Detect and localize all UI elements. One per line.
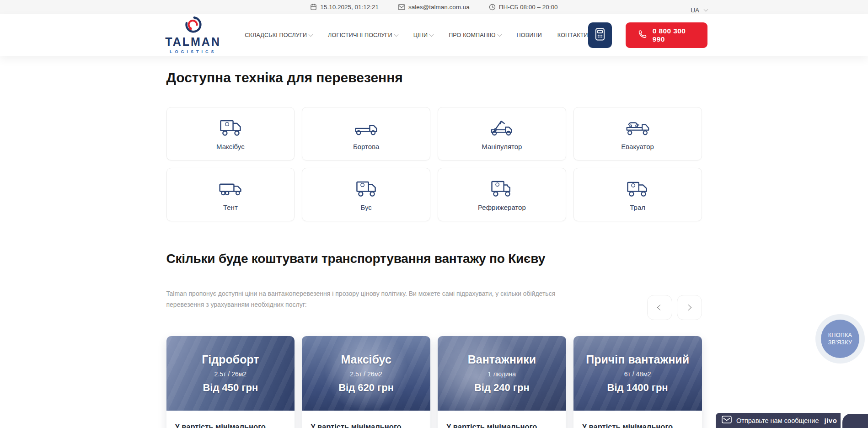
tow-truck-icon — [625, 118, 650, 138]
price-card-loaders: Вантажники 1 людина Від 240 грн У вартіс… — [438, 336, 566, 428]
chevron-down-icon — [704, 7, 708, 12]
price-card-carousel: Гідроборт 2.5т / 26м2 Від 450 грн У варт… — [166, 336, 702, 428]
main-nav: СКЛАДСЬКІ ПОСЛУГИ ЛОГІСТИЧНІ ПОСЛУГИ ЦІН… — [245, 32, 588, 38]
equipment-section-title: Доступна техніка для перевезення — [166, 70, 702, 86]
chevron-down-icon — [429, 32, 434, 37]
price-value: Від 240 грн — [474, 382, 530, 394]
equipment-card-crane[interactable]: Маніпулятор — [438, 107, 566, 160]
phone-number: 0 800 300 990 — [653, 27, 696, 43]
chevron-down-icon — [497, 32, 502, 37]
pricing-section-title: Скільки буде коштувати транспортування в… — [166, 251, 702, 267]
equipment-card-reefer[interactable]: Рефрижератор — [438, 168, 566, 221]
flatbed-truck-icon — [354, 118, 379, 138]
price-card-photo: Максібус 2.5т / 26м2 Від 620 грн — [302, 336, 430, 411]
carousel-prev-button[interactable] — [647, 295, 672, 320]
logo-tagline: LOGISTICS — [170, 49, 217, 54]
price-card-photo: Гідроборт 2.5т / 26м2 Від 450 грн — [166, 336, 295, 411]
envelope-icon — [722, 416, 732, 425]
logo[interactable]: TALMAN LOGISTICS — [161, 16, 225, 54]
nav-item-about[interactable]: ПРО КОМПАНІЮ — [449, 32, 501, 38]
price-card-note: У вартість мінімального замовлення за 45… — [438, 411, 566, 428]
ukraine-flag-icon — [679, 7, 688, 13]
equipment-card-van[interactable]: Бус — [302, 168, 430, 221]
price-card-note: У вартість мінімального замовлення за 45… — [573, 411, 702, 428]
price-card-maxibus: Максібус 2.5т / 26м2 Від 620 грн У варті… — [302, 336, 430, 428]
van-truck-icon — [354, 178, 379, 198]
price-card-note: У вартість мінімального замовлення за 45… — [302, 411, 430, 428]
price-card-photo: Вантажники 1 людина Від 240 грн — [438, 336, 566, 411]
language-code: UA — [691, 7, 699, 14]
nav-item-prices[interactable]: ЦІНИ — [413, 32, 434, 38]
datetime: 15.10.2025, 01:12:21 — [310, 3, 379, 11]
reefer-truck-icon — [489, 178, 514, 198]
price-card-hydroboard: Гідроборт 2.5т / 26м2 Від 450 грн У варт… — [166, 336, 295, 428]
chat-widget-bump[interactable] — [842, 414, 868, 428]
price-value: Від 450 грн — [203, 382, 258, 394]
equipment-card-tent[interactable]: Тент — [166, 168, 295, 221]
box-truck-logo-icon — [218, 118, 243, 138]
main-header: TALMAN LOGISTICS СКЛАДСЬКІ ПОСЛУГИ ЛОГІС… — [0, 14, 868, 56]
trawl-truck-icon — [625, 178, 650, 198]
phone-button[interactable]: 0 800 300 990 — [626, 22, 707, 48]
working-hours: ПН-СБ 08:00 – 20:00 — [489, 4, 558, 11]
equipment-card-flatbed[interactable]: Бортова — [302, 107, 430, 160]
price-card-trailer: Причіп вантажний 6т / 48м2 Від 1400 грн … — [573, 336, 702, 428]
tent-truck-icon — [218, 178, 243, 198]
nav-item-news[interactable]: НОВИНИ — [517, 32, 542, 38]
chat-widget-bar[interactable]: Отправьте нам сообщение jivo — [716, 413, 841, 428]
logo-name: TALMAN — [165, 36, 221, 48]
price-card-photo: Причіп вантажний 6т / 48м2 Від 1400 грн — [573, 336, 702, 411]
carousel-next-button[interactable] — [677, 295, 702, 320]
equipment-grid: Максібус Бортова Маніпулятор Евакуатор Т — [166, 107, 702, 221]
equipment-card-trawl[interactable]: Трал — [573, 168, 702, 221]
logo-mark-icon — [184, 16, 202, 35]
callback-label: КНОПКА ЗВ'ЯЗКУ — [821, 320, 859, 358]
contact-email[interactable]: sales@talman.com.ua — [398, 4, 470, 11]
nav-item-warehouse[interactable]: СКЛАДСЬКІ ПОСЛУГИ — [245, 32, 312, 38]
equipment-card-tow[interactable]: Евакуатор — [573, 107, 702, 160]
chevron-down-icon — [394, 32, 398, 37]
clock-icon — [489, 4, 496, 11]
calculator-icon — [594, 27, 606, 43]
nav-item-logistics[interactable]: ЛОГІСТИЧНІ ПОСЛУГИ — [328, 32, 398, 38]
calculator-button[interactable] — [588, 22, 612, 48]
top-info-bar: 15.10.2025, 01:12:21 sales@talman.com.ua… — [0, 0, 868, 14]
phone-icon — [638, 29, 647, 41]
equipment-card-maxibus[interactable]: Максібус — [166, 107, 295, 160]
calendar-icon — [310, 3, 317, 11]
chevron-left-icon — [657, 305, 663, 310]
callback-button[interactable]: КНОПКА ЗВ'ЯЗКУ — [815, 314, 865, 364]
pricing-description: Talman пропонує доступні ціни на вантажо… — [166, 288, 580, 310]
chevron-down-icon — [309, 32, 313, 37]
price-value: Від 1400 грн — [607, 382, 668, 394]
chat-message: Отправьте нам сообщение — [736, 417, 819, 424]
jivo-logo: jivo — [825, 417, 837, 424]
carousel-controls — [647, 295, 702, 320]
price-value: Від 620 грн — [338, 382, 394, 394]
price-card-note: У вартість мінімального замовлення за 45… — [166, 411, 295, 428]
crane-truck-icon — [489, 118, 514, 138]
nav-item-contacts[interactable]: КОНТАКТИ — [557, 32, 588, 38]
mail-icon — [398, 4, 405, 10]
chevron-right-icon — [686, 305, 691, 310]
